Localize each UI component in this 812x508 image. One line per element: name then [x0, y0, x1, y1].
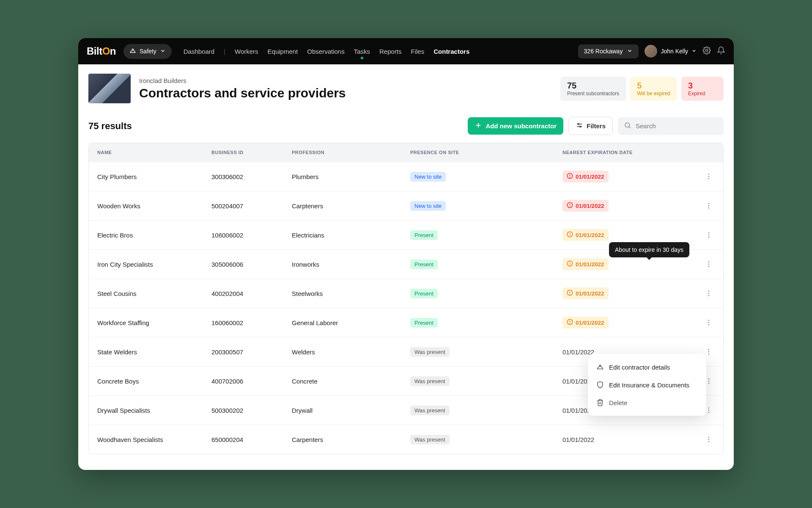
- chevron-down-icon: [691, 48, 697, 55]
- notifications-button[interactable]: [717, 46, 725, 56]
- row-actions-button[interactable]: [703, 229, 715, 241]
- add-subcontractor-button[interactable]: Add new subcontractor: [468, 117, 563, 135]
- col-profession: PROFESSION: [292, 150, 410, 155]
- nav-right: 326 Rockaway John Kelly: [578, 44, 725, 58]
- toolbar: 75 results Add new subcontractor Filters: [78, 113, 734, 143]
- row-actions-button[interactable]: [703, 287, 715, 299]
- row-actions-button[interactable]: [703, 171, 715, 182]
- table-row[interactable]: Steel Cousins400202004SteelworksPresent0…: [89, 279, 723, 308]
- settings-button[interactable]: [702, 46, 711, 56]
- nav-equipment[interactable]: Equipment: [268, 48, 298, 55]
- cell-name: Iron City Specialists: [97, 261, 211, 268]
- header-titles: Ironclad Builders Contractors and servic…: [139, 77, 552, 100]
- svg-point-31: [708, 264, 710, 265]
- cell-profession: Steelworks: [292, 290, 410, 297]
- table-row[interactable]: Concrete Boys400702006ConcreteWas presen…: [89, 366, 723, 395]
- ctx-edit-insurance[interactable]: Edit Insurance & Documents: [588, 376, 706, 394]
- presence-badge: Present: [410, 289, 438, 298]
- cell-expiration: 01/01/2022: [562, 258, 689, 270]
- more-vertical-icon: [705, 231, 713, 239]
- ctx-edit-details[interactable]: Edit contractor details: [588, 358, 706, 376]
- stat-expiring: 5 Will be expired: [630, 77, 677, 101]
- more-vertical-icon: [705, 290, 713, 297]
- table-row[interactable]: Workforce Staffing160060002General Labor…: [89, 308, 723, 337]
- svg-point-44: [708, 324, 710, 326]
- cell-business-id: 300306002: [211, 173, 292, 180]
- more-vertical-icon: [705, 260, 713, 268]
- search-box[interactable]: [618, 117, 724, 135]
- table-row[interactable]: Woodhaven Specialists650000204Carpenters…: [89, 425, 723, 454]
- row-context-menu: Edit contractor detailsEdit Insurance & …: [588, 354, 706, 416]
- expiration-chip: 01/01/2022: [562, 287, 609, 299]
- table-row[interactable]: Wooden Works500204007CarptenersNew to si…: [89, 191, 723, 220]
- svg-point-50: [708, 383, 710, 384]
- expiration-date: 01/01/2022: [576, 174, 604, 180]
- brand-suffix: n: [110, 45, 116, 57]
- cell-profession: Drywall: [292, 407, 410, 414]
- row-actions-button[interactable]: [703, 258, 715, 270]
- cell-business-id: 200300507: [211, 348, 292, 356]
- hardhat-icon: [129, 47, 136, 55]
- svg-point-4: [578, 124, 579, 125]
- stat-present-label: Present subcontractors: [567, 91, 619, 97]
- table-row[interactable]: Iron City Specialists305006006IronworksP…: [89, 249, 723, 279]
- svg-point-53: [708, 412, 710, 413]
- more-vertical-icon: [705, 348, 713, 356]
- context-selector[interactable]: Safety: [123, 44, 172, 59]
- stat-expiring-value: 5: [637, 81, 670, 91]
- svg-line-8: [629, 127, 630, 128]
- indicator-dot: [361, 57, 363, 59]
- col-presence: PRESENCE ON SITE: [410, 150, 562, 155]
- presence-badge: New to site: [410, 172, 446, 182]
- user-menu[interactable]: John Kelly: [645, 45, 697, 58]
- ctx-edit-insurance-label: Edit Insurance & Documents: [609, 381, 689, 389]
- cell-name: City Plumbers: [97, 173, 211, 180]
- site-selector[interactable]: 326 Rockaway: [578, 44, 639, 58]
- nav-contractors[interactable]: Contractors: [433, 48, 469, 55]
- ctx-delete[interactable]: Delete: [588, 394, 706, 411]
- table-row[interactable]: City Plumbers300306002PlumbersNew to sit…: [89, 162, 723, 191]
- nav-reports[interactable]: Reports: [379, 48, 402, 55]
- svg-point-6: [580, 126, 581, 127]
- svg-point-48: [708, 378, 710, 379]
- svg-point-24: [708, 232, 710, 233]
- cell-presence: Was present: [410, 406, 562, 415]
- nav-tasks[interactable]: Tasks: [354, 48, 370, 55]
- cell-profession: General Laborer: [292, 319, 410, 326]
- svg-point-17: [570, 206, 570, 207]
- app-window: BiltOn Safety Dashboard | Workers Equipm…: [78, 38, 734, 470]
- presence-badge: Was present: [410, 347, 450, 357]
- expiration-chip: 01/01/2022: [562, 229, 609, 241]
- presence-badge: Present: [410, 260, 438, 269]
- cell-expiration: 01/01/2022: [562, 171, 689, 182]
- svg-point-45: [708, 349, 710, 350]
- cell-profession: Carpteners: [292, 202, 410, 210]
- search-input[interactable]: [636, 122, 718, 130]
- nav-workers[interactable]: Workers: [235, 48, 258, 55]
- cell-presence: Present: [410, 289, 562, 298]
- cell-name: Workforce Staffing: [97, 319, 211, 326]
- svg-point-12: [708, 174, 710, 175]
- nav-files[interactable]: Files: [411, 48, 425, 55]
- row-actions-button[interactable]: [703, 317, 715, 329]
- stat-expiring-label: Will be expired: [637, 91, 670, 97]
- svg-point-13: [708, 176, 710, 177]
- cell-name: Woodhaven Specialists: [97, 436, 211, 443]
- warning-icon: [567, 173, 573, 180]
- chevron-down-icon: [627, 48, 633, 55]
- nav-dashboard[interactable]: Dashboard: [184, 48, 214, 55]
- nav-observations[interactable]: Observations: [307, 48, 344, 55]
- row-actions-button[interactable]: [703, 200, 715, 212]
- expiration-date: 01/01/2022: [562, 436, 594, 443]
- expiration-chip: 01/01/2022: [562, 317, 609, 329]
- site-label: 326 Rockaway: [584, 48, 623, 55]
- row-actions-button[interactable]: [703, 433, 715, 445]
- stat-expired-value: 3: [688, 81, 717, 91]
- ctx-edit-details-label: Edit contractor details: [609, 364, 670, 371]
- svg-point-52: [708, 410, 710, 411]
- svg-point-37: [708, 293, 710, 294]
- warning-icon: [567, 231, 573, 239]
- stat-expired-label: Expired: [688, 91, 717, 97]
- cell-presence: Was present: [410, 347, 562, 357]
- filters-button[interactable]: Filters: [568, 117, 613, 135]
